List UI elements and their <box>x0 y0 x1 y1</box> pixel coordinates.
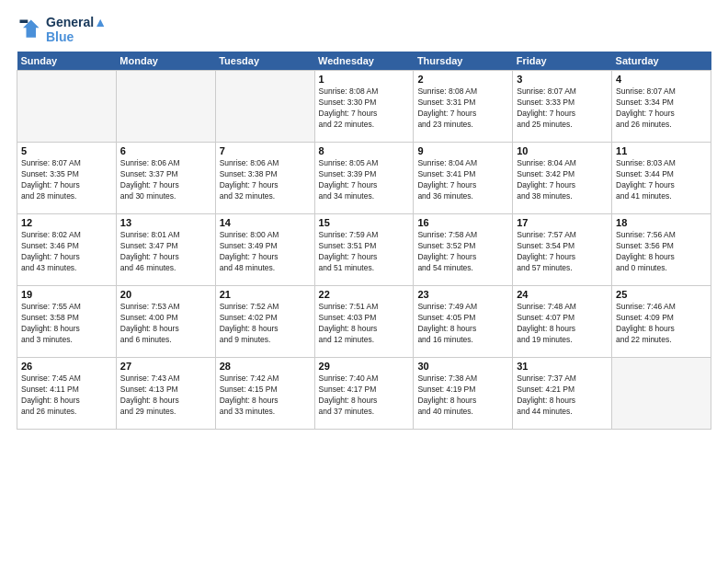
day-info: Sunrise: 7:52 AM Sunset: 4:02 PM Dayligh… <box>220 302 311 346</box>
day-number: 29 <box>319 361 410 372</box>
day-header-sunday: Sunday <box>17 52 117 71</box>
day-number: 22 <box>319 289 410 300</box>
svg-rect-1 <box>20 20 28 24</box>
week-row-2: 5Sunrise: 8:07 AM Sunset: 3:35 PM Daylig… <box>17 143 711 214</box>
day-header-monday: Monday <box>116 52 215 71</box>
day-info: Sunrise: 7:40 AM Sunset: 4:17 PM Dayligh… <box>319 373 410 418</box>
day-header-saturday: Saturday <box>612 52 711 71</box>
day-info: Sunrise: 7:53 AM Sunset: 4:00 PM Dayligh… <box>120 302 211 346</box>
day-cell-18: 18Sunrise: 7:56 AM Sunset: 3:56 PM Dayli… <box>612 214 711 286</box>
day-cell-6: 6Sunrise: 8:06 AM Sunset: 3:37 PM Daylig… <box>116 143 215 214</box>
day-info: Sunrise: 8:07 AM Sunset: 3:35 PM Dayligh… <box>21 158 112 202</box>
day-cell-26: 26Sunrise: 7:45 AM Sunset: 4:11 PM Dayli… <box>17 358 117 430</box>
day-header-wednesday: Wednesday <box>314 52 414 71</box>
day-cell-14: 14Sunrise: 8:00 AM Sunset: 3:49 PM Dayli… <box>215 214 314 286</box>
day-cell-29: 29Sunrise: 7:40 AM Sunset: 4:17 PM Dayli… <box>314 358 414 430</box>
logo-icon <box>17 17 42 42</box>
day-cell-24: 24Sunrise: 7:48 AM Sunset: 4:07 PM Dayli… <box>513 286 612 358</box>
day-info: Sunrise: 7:38 AM Sunset: 4:19 PM Dayligh… <box>417 373 508 418</box>
day-cell-13: 13Sunrise: 8:01 AM Sunset: 3:47 PM Dayli… <box>116 214 215 286</box>
calendar: SundayMondayTuesdayWednesdayThursdayFrid… <box>17 52 711 430</box>
day-info: Sunrise: 7:58 AM Sunset: 3:52 PM Dayligh… <box>417 230 508 274</box>
day-info: Sunrise: 8:06 AM Sunset: 3:37 PM Dayligh… <box>120 158 211 202</box>
day-number: 8 <box>319 145 410 156</box>
day-number: 31 <box>517 361 608 372</box>
day-number: 19 <box>21 289 112 300</box>
day-number: 27 <box>120 361 211 372</box>
day-info: Sunrise: 7:55 AM Sunset: 3:58 PM Dayligh… <box>21 302 112 346</box>
day-number: 11 <box>616 145 707 156</box>
day-info: Sunrise: 7:37 AM Sunset: 4:21 PM Dayligh… <box>517 373 608 418</box>
day-number: 25 <box>616 289 707 300</box>
day-info: Sunrise: 7:59 AM Sunset: 3:51 PM Dayligh… <box>319 230 410 274</box>
day-cell-19: 19Sunrise: 7:55 AM Sunset: 3:58 PM Dayli… <box>17 286 117 358</box>
day-cell-30: 30Sunrise: 7:38 AM Sunset: 4:19 PM Dayli… <box>414 358 513 430</box>
day-header-friday: Friday <box>513 52 612 71</box>
day-info: Sunrise: 7:45 AM Sunset: 4:11 PM Dayligh… <box>21 373 112 418</box>
day-number: 26 <box>21 361 112 372</box>
day-info: Sunrise: 8:02 AM Sunset: 3:46 PM Dayligh… <box>21 230 112 274</box>
day-info: Sunrise: 7:57 AM Sunset: 3:54 PM Dayligh… <box>517 230 608 274</box>
day-number: 24 <box>517 289 608 300</box>
day-number: 14 <box>220 217 311 228</box>
day-number: 21 <box>220 289 311 300</box>
day-cell-12: 12Sunrise: 8:02 AM Sunset: 3:46 PM Dayli… <box>17 214 117 286</box>
day-cell-3: 3Sunrise: 8:07 AM Sunset: 3:33 PM Daylig… <box>513 71 612 143</box>
day-number: 13 <box>120 217 211 228</box>
day-info: Sunrise: 8:03 AM Sunset: 3:44 PM Dayligh… <box>616 158 707 202</box>
day-cell-1: 1Sunrise: 8:08 AM Sunset: 3:30 PM Daylig… <box>314 71 414 143</box>
day-info: Sunrise: 8:04 AM Sunset: 3:41 PM Dayligh… <box>417 158 508 202</box>
day-info: Sunrise: 8:07 AM Sunset: 3:34 PM Dayligh… <box>616 86 707 131</box>
day-cell-10: 10Sunrise: 8:04 AM Sunset: 3:42 PM Dayli… <box>513 143 612 214</box>
day-info: Sunrise: 7:56 AM Sunset: 3:56 PM Dayligh… <box>616 230 707 274</box>
day-info: Sunrise: 7:49 AM Sunset: 4:05 PM Dayligh… <box>417 302 508 346</box>
day-cell-15: 15Sunrise: 7:59 AM Sunset: 3:51 PM Dayli… <box>314 214 414 286</box>
day-cell-11: 11Sunrise: 8:03 AM Sunset: 3:44 PM Dayli… <box>612 143 711 214</box>
day-number: 28 <box>220 361 311 372</box>
day-number: 20 <box>120 289 211 300</box>
day-info: Sunrise: 8:06 AM Sunset: 3:38 PM Dayligh… <box>220 158 311 202</box>
day-cell-9: 9Sunrise: 8:04 AM Sunset: 3:41 PM Daylig… <box>414 143 513 214</box>
day-number: 6 <box>120 145 211 156</box>
day-header-thursday: Thursday <box>414 52 513 71</box>
header-row: SundayMondayTuesdayWednesdayThursdayFrid… <box>17 52 711 71</box>
week-row-1: 1Sunrise: 8:08 AM Sunset: 3:30 PM Daylig… <box>17 71 711 143</box>
day-number: 15 <box>319 217 410 228</box>
day-info: Sunrise: 8:00 AM Sunset: 3:49 PM Dayligh… <box>220 230 311 274</box>
empty-cell <box>215 71 314 143</box>
day-info: Sunrise: 7:42 AM Sunset: 4:15 PM Dayligh… <box>220 373 311 418</box>
day-cell-20: 20Sunrise: 7:53 AM Sunset: 4:00 PM Dayli… <box>116 286 215 358</box>
day-info: Sunrise: 7:43 AM Sunset: 4:13 PM Dayligh… <box>120 373 211 418</box>
day-cell-22: 22Sunrise: 7:51 AM Sunset: 4:03 PM Dayli… <box>314 286 414 358</box>
day-cell-31: 31Sunrise: 7:37 AM Sunset: 4:21 PM Dayli… <box>513 358 612 430</box>
day-number: 17 <box>517 217 608 228</box>
day-number: 4 <box>616 74 707 85</box>
day-cell-17: 17Sunrise: 7:57 AM Sunset: 3:54 PM Dayli… <box>513 214 612 286</box>
day-cell-2: 2Sunrise: 8:08 AM Sunset: 3:31 PM Daylig… <box>414 71 513 143</box>
empty-cell <box>17 71 117 143</box>
day-number: 7 <box>220 145 311 156</box>
week-row-5: 26Sunrise: 7:45 AM Sunset: 4:11 PM Dayli… <box>17 358 711 430</box>
empty-cell <box>116 71 215 143</box>
day-number: 23 <box>417 289 508 300</box>
week-row-3: 12Sunrise: 8:02 AM Sunset: 3:46 PM Dayli… <box>17 214 711 286</box>
day-info: Sunrise: 7:46 AM Sunset: 4:09 PM Dayligh… <box>616 302 707 346</box>
day-number: 30 <box>417 361 508 372</box>
day-info: Sunrise: 7:51 AM Sunset: 4:03 PM Dayligh… <box>319 302 410 346</box>
day-cell-27: 27Sunrise: 7:43 AM Sunset: 4:13 PM Dayli… <box>116 358 215 430</box>
day-number: 10 <box>517 145 608 156</box>
day-info: Sunrise: 8:05 AM Sunset: 3:39 PM Dayligh… <box>319 158 410 202</box>
header: General▲ Blue <box>17 15 711 44</box>
logo-text: General▲ Blue <box>46 15 107 44</box>
day-number: 1 <box>319 74 410 85</box>
day-cell-21: 21Sunrise: 7:52 AM Sunset: 4:02 PM Dayli… <box>215 286 314 358</box>
day-info: Sunrise: 8:01 AM Sunset: 3:47 PM Dayligh… <box>120 230 211 274</box>
day-number: 2 <box>417 74 508 85</box>
day-cell-28: 28Sunrise: 7:42 AM Sunset: 4:15 PM Dayli… <box>215 358 314 430</box>
empty-cell <box>612 358 711 430</box>
day-number: 9 <box>417 145 508 156</box>
day-info: Sunrise: 8:04 AM Sunset: 3:42 PM Dayligh… <box>517 158 608 202</box>
day-info: Sunrise: 8:07 AM Sunset: 3:33 PM Dayligh… <box>517 86 608 131</box>
day-cell-7: 7Sunrise: 8:06 AM Sunset: 3:38 PM Daylig… <box>215 143 314 214</box>
day-number: 3 <box>517 74 608 85</box>
